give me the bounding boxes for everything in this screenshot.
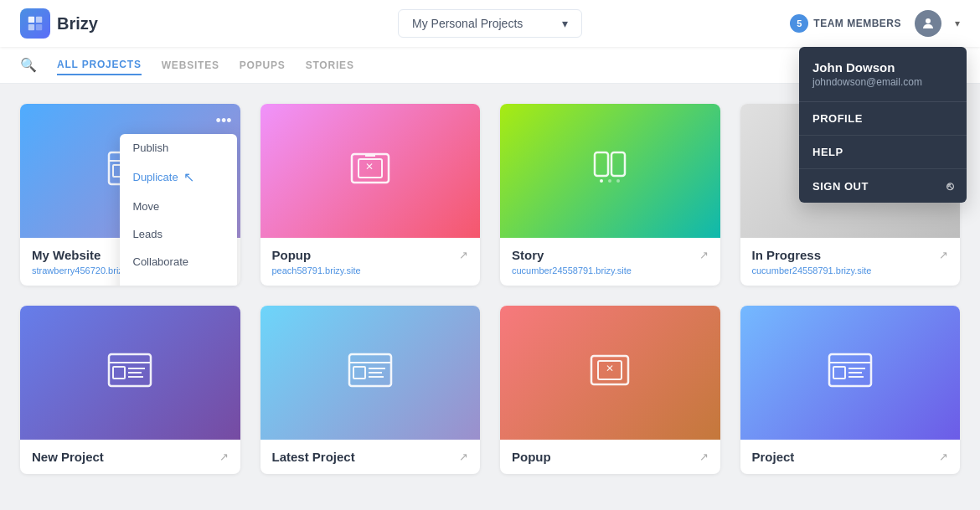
dropdown-help[interactable]: HELP [799, 136, 967, 169]
help-label: HELP [812, 146, 843, 158]
user-email: johndowson@email.com [812, 76, 953, 88]
card-thumbnail-story [500, 104, 720, 238]
chevron-down-icon: ▾ [562, 17, 568, 30]
external-link-icon-popup2[interactable]: ↗ [699, 451, 709, 463]
signout-label: SIGN OUT [812, 180, 869, 193]
project-card-story[interactable]: Story ↗ cucumber24558791.brizy.site [500, 104, 720, 286]
context-menu: Publish Duplicate ↖ Move Leads Collabora… [120, 134, 237, 286]
card-title-row-inprogress: In Progress ↗ [752, 248, 949, 262]
avatar-chevron: ▾ [955, 18, 960, 29]
project-dropdown[interactable]: My Personal Projects ▾ [398, 9, 582, 38]
latest-project-icon [345, 348, 395, 398]
user-dropdown-header: John Dowson johndowson@email.com [799, 47, 967, 102]
svg-rect-15 [595, 152, 608, 176]
popup-icon: ✕ [345, 146, 395, 196]
menu-duplicate[interactable]: Duplicate ↖ [120, 162, 237, 193]
card-thumbnail-popup2: ✕ [500, 306, 720, 440]
logo-icon [20, 8, 50, 39]
project-card-my-website[interactable]: ••• Publish Duplicate ↖ Move Leads Colla… [20, 104, 240, 286]
external-link-icon-new[interactable]: ↗ [219, 451, 229, 463]
tab-popups[interactable]: POPUPS [240, 56, 286, 75]
svg-rect-1 [36, 17, 42, 23]
new-project-icon [105, 348, 155, 398]
svg-rect-0 [28, 17, 34, 23]
card-title: My Website [32, 248, 101, 262]
card-info-latest: Latest Project ↗ [260, 440, 481, 474]
tab-all-projects[interactable]: ALL PROJECTS [57, 55, 142, 75]
external-link-icon-inprogress[interactable]: ↗ [939, 249, 948, 261]
svg-rect-40 [833, 367, 845, 379]
card-title-row-story: Story ↗ [512, 248, 709, 262]
menu-delete[interactable]: Delete [120, 276, 237, 286]
external-link-icon-latest[interactable]: ↗ [459, 451, 468, 463]
project-card-popup[interactable]: ✕ Popup ↗ peach58791.brizy.site [260, 104, 481, 286]
menu-move[interactable]: Move [120, 193, 237, 220]
profile-label: PROFILE [812, 112, 863, 125]
card-title-story: Story [512, 248, 544, 262]
project-card-latest[interactable]: Latest Project ↗ [260, 306, 481, 474]
card-title-popup2: Popup [512, 450, 551, 464]
project-icon [825, 348, 875, 398]
logo[interactable]: Brizy [20, 8, 98, 39]
tab-stories[interactable]: STORIES [306, 56, 354, 75]
menu-leads[interactable]: Leads [120, 220, 237, 248]
header-center: My Personal Projects ▾ [398, 9, 582, 38]
project-card-popup2[interactable]: ✕ Popup ↗ [500, 306, 720, 474]
card-title-new: New Project [32, 450, 104, 464]
card-url-story[interactable]: cucumber24558791.brizy.site [512, 265, 709, 276]
team-members-label: TEAM MEMBERS [813, 18, 901, 29]
card-title-inprogress: In Progress [752, 248, 822, 262]
svg-rect-29 [349, 354, 391, 386]
team-members-button[interactable]: 5 TEAM MEMBERS [790, 14, 901, 33]
signout-icon: ⎋ [946, 179, 954, 193]
external-link-icon-project[interactable]: ↗ [939, 451, 948, 463]
project-card-project[interactable]: Project ↗ [740, 306, 961, 474]
card-title-row-popup: Popup ↗ [272, 248, 469, 262]
svg-rect-16 [611, 152, 625, 176]
card-info-popup2: Popup ↗ [500, 440, 720, 474]
card-info-new: New Project ↗ [20, 440, 240, 474]
card-title-project: Project [752, 450, 795, 464]
dropdown-signout[interactable]: SIGN OUT ⎋ [799, 169, 967, 203]
svg-rect-3 [36, 24, 42, 30]
card-info-story: Story ↗ cucumber24558791.brizy.site [500, 238, 720, 286]
story-icon [585, 146, 635, 196]
svg-rect-23 [109, 354, 151, 386]
card-thumbnail-new [20, 306, 240, 440]
card-info-inprogress: In Progress ↗ cucumber24558791.brizy.sit… [740, 238, 961, 286]
svg-point-18 [608, 179, 611, 183]
external-link-icon-popup[interactable]: ↗ [459, 249, 468, 261]
svg-text:✕: ✕ [365, 161, 374, 173]
user-avatar[interactable] [915, 10, 941, 37]
menu-collaborate[interactable]: Collaborate [120, 248, 237, 276]
popup2-icon: ✕ [585, 348, 635, 398]
external-link-icon-story[interactable]: ↗ [699, 249, 709, 261]
menu-publish[interactable]: Publish [120, 134, 237, 162]
card-info-popup: Popup ↗ peach58791.brizy.site [260, 238, 481, 286]
card-thumbnail-project [740, 306, 961, 440]
svg-rect-31 [353, 367, 365, 379]
card-title-latest: Latest Project [272, 450, 355, 464]
card-title-row-latest: Latest Project ↗ [272, 450, 469, 464]
card-info-project: Project ↗ [740, 440, 961, 474]
team-count: 5 [790, 14, 808, 33]
card-url-inprogress[interactable]: cucumber24558791.brizy.site [752, 265, 949, 276]
user-dropdown: John Dowson johndowson@email.com PROFILE… [799, 47, 967, 203]
dropdown-profile[interactable]: PROFILE [799, 102, 967, 136]
svg-rect-38 [829, 354, 871, 386]
card-title-popup: Popup [272, 248, 312, 262]
svg-point-19 [616, 179, 620, 183]
project-dropdown-value: My Personal Projects [412, 17, 523, 30]
svg-rect-25 [113, 367, 125, 379]
card-thumbnail-popup: ✕ [260, 104, 481, 238]
search-icon[interactable]: 🔍 [20, 57, 37, 73]
card-title-row-new: New Project ↗ [32, 450, 229, 464]
card-url-popup[interactable]: peach58791.brizy.site [272, 265, 469, 276]
card-thumbnail-website: ••• Publish Duplicate ↖ Move Leads Colla… [20, 104, 240, 238]
projects-grid-row2: New Project ↗ Latest Project [20, 306, 960, 474]
card-title-row-popup2: Popup ↗ [512, 450, 709, 464]
three-dot-menu-button[interactable]: ••• [216, 112, 232, 130]
tab-websites[interactable]: WEBSITES [162, 56, 219, 75]
project-card-new[interactable]: New Project ↗ [20, 306, 240, 474]
svg-text:✕: ✕ [606, 363, 614, 374]
